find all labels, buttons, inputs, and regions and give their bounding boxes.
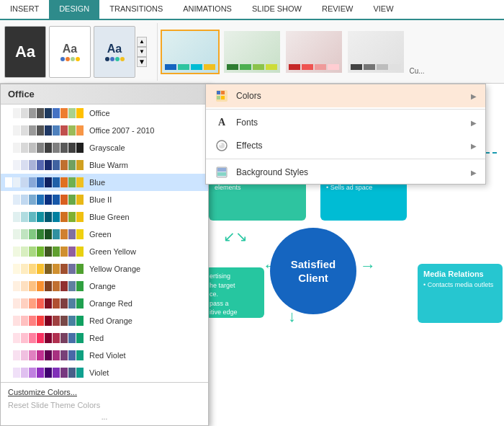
- colors-arrow: ▶: [471, 92, 477, 100]
- svg-rect-9: [217, 168, 226, 172]
- swatch: [76, 333, 84, 343]
- scroll-more-arrow[interactable]: ▼: [137, 57, 147, 67]
- color-row-green-yellow[interactable]: Green Yellow: [1, 243, 208, 260]
- tab-view[interactable]: VIEW: [363, 0, 403, 19]
- tab-transitions[interactable]: TRANSITIONS: [99, 0, 173, 19]
- color-row-blue-ii[interactable]: Blue II: [1, 191, 208, 208]
- slide-thumb-2[interactable]: [222, 30, 282, 74]
- swatch: [13, 350, 20, 360]
- swatch: [53, 281, 60, 291]
- swatch: [45, 160, 52, 170]
- color-row-red-orange[interactable]: Red Orange: [1, 312, 208, 329]
- theme-medium-aa-label: Aa: [107, 43, 122, 56]
- swatch: [68, 247, 76, 257]
- swatch: [13, 212, 20, 222]
- svg-point-7: [219, 143, 222, 146]
- customize-button[interactable]: Cu...: [410, 26, 424, 78]
- color-row-blue-warm[interactable]: Blue Warm: [1, 156, 208, 174]
- swatch: [5, 298, 12, 309]
- slide-thumb-3[interactable]: [284, 30, 343, 74]
- swatches-13: [5, 333, 84, 343]
- swatch: [68, 229, 76, 239]
- tab-review[interactable]: REVIEW: [312, 0, 363, 19]
- thumb-bar-1: [165, 64, 215, 70]
- arrow-right-to-circle: →: [360, 257, 376, 275]
- tab-design[interactable]: DESIGN: [49, 0, 99, 19]
- swatch: [53, 177, 60, 187]
- color-name-14: Red Violet: [89, 351, 126, 360]
- scroll-up-arrow[interactable]: ▲: [137, 37, 147, 47]
- swatch: [37, 368, 44, 378]
- swatch: [76, 195, 84, 205]
- swatch: [29, 298, 36, 309]
- swatch: [76, 368, 84, 378]
- swatch: [21, 316, 28, 326]
- submenu-fonts[interactable]: A Fonts ▶: [206, 111, 485, 134]
- swatch: [5, 160, 12, 170]
- swatch: [21, 177, 28, 187]
- color-row-yellow-orange[interactable]: Yellow Orange: [1, 260, 208, 278]
- swatch: [13, 125, 20, 136]
- swatch: [13, 195, 20, 205]
- tab-animations[interactable]: ANIMATIONS: [173, 0, 242, 19]
- swatch: [13, 160, 20, 170]
- submenu-divider-2: [206, 159, 485, 159]
- swatch: [45, 108, 52, 118]
- swatch: [29, 177, 36, 187]
- thumb-bar-3: [289, 64, 339, 70]
- swatch: [45, 229, 52, 239]
- swatch: [60, 316, 68, 326]
- swatch: [68, 333, 76, 343]
- color-row-office[interactable]: Office: [1, 105, 208, 122]
- swatches-10: [5, 281, 84, 291]
- color-row-orange[interactable]: Orange: [1, 278, 208, 295]
- swatch: [45, 143, 52, 153]
- theme-dark-button[interactable]: Aa: [4, 26, 46, 78]
- fonts-label: Fonts: [236, 117, 464, 128]
- swatch: [68, 264, 76, 274]
- color-row-orange-red[interactable]: Orange Red: [1, 295, 208, 312]
- ribbon-tabs: INSERT DESIGN TRANSITIONS ANIMATIONS SLI…: [0, 0, 504, 20]
- bgstyles-arrow: ▶: [471, 169, 477, 177]
- theme-light-button[interactable]: Aa: [49, 26, 91, 78]
- color-row-blue[interactable]: Blue: [1, 174, 208, 191]
- slide-thumb-4[interactable]: [346, 30, 405, 74]
- swatches-0: [5, 108, 84, 118]
- tab-insert[interactable]: INSERT: [0, 0, 49, 19]
- swatch: [76, 143, 84, 153]
- swatch: [29, 247, 36, 257]
- color-row-red[interactable]: Red: [1, 329, 208, 347]
- color-row-green[interactable]: Green: [1, 226, 208, 243]
- submenu-effects[interactable]: Effects ▶: [206, 134, 485, 157]
- swatch: [45, 177, 52, 187]
- swatch: [60, 108, 68, 118]
- swatch: [45, 298, 52, 309]
- swatch: [21, 281, 28, 291]
- customize-colors-link[interactable]: Customize Colors...: [5, 386, 204, 399]
- submenu-background-styles[interactable]: Background Styles ▶: [206, 161, 485, 184]
- slide-thumb-1[interactable]: [161, 30, 220, 74]
- color-name-9: Yellow Orange: [89, 265, 140, 273]
- swatches-15: [5, 368, 84, 378]
- color-row-office-2007---2010[interactable]: Office 2007 - 2010: [1, 122, 208, 139]
- color-row-violet[interactable]: Violet: [1, 364, 208, 381]
- swatches-4: [5, 177, 84, 187]
- reset-colors-link[interactable]: Reset Slide Theme Colors: [5, 399, 204, 412]
- submenu-colors[interactable]: Colors ▶: [206, 84, 485, 107]
- swatch: [76, 264, 84, 274]
- tab-slideshow[interactable]: SLIDE SHOW: [242, 0, 312, 19]
- color-row-red-violet[interactable]: Red Violet: [1, 347, 208, 364]
- theme-medium-button[interactable]: Aa: [94, 26, 135, 78]
- scroll-down-arrow[interactable]: ▼: [137, 47, 147, 57]
- swatch: [60, 160, 68, 170]
- swatch: [60, 229, 68, 239]
- swatches-12: [5, 316, 84, 326]
- color-name-11: Orange Red: [89, 299, 132, 308]
- swatch: [13, 177, 20, 187]
- swatch: [37, 212, 44, 222]
- swatch: [45, 212, 52, 222]
- color-row-blue-green[interactable]: Blue Green: [1, 208, 208, 226]
- swatch: [53, 195, 60, 205]
- color-row-grayscale[interactable]: Grayscale: [1, 139, 208, 156]
- swatch: [5, 264, 12, 274]
